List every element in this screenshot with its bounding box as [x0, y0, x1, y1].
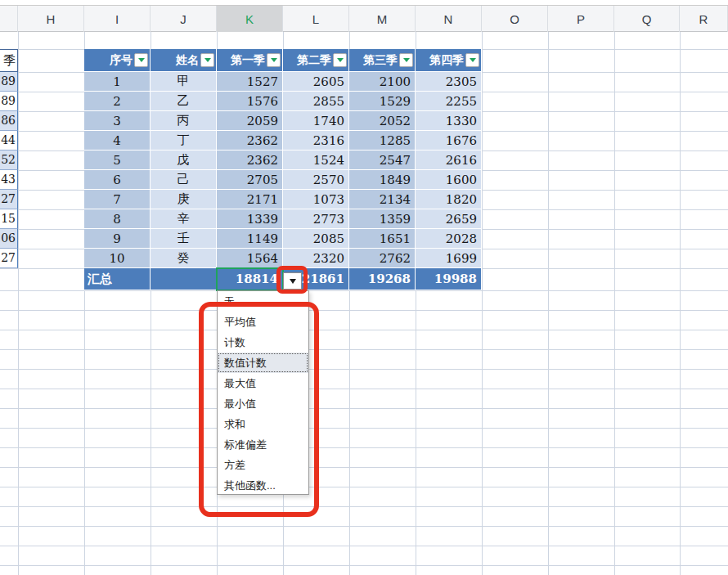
filter-button[interactable]: [333, 53, 347, 67]
table-data-cell[interactable]: 2659: [416, 209, 482, 229]
table-data-cell[interactable]: 2616: [416, 150, 482, 170]
table-data-cell[interactable]: 戊: [151, 150, 217, 170]
column-letter-partial[interactable]: [0, 6, 18, 32]
column-letter-Q[interactable]: Q: [614, 6, 680, 32]
table-data-cell[interactable]: 1359: [349, 209, 416, 229]
table-data-cell[interactable]: 壬: [151, 229, 217, 249]
table-data-cell[interactable]: 1576: [217, 92, 283, 111]
table-data-cell[interactable]: 2605: [283, 72, 349, 92]
total-empty-cell[interactable]: [151, 268, 217, 290]
table-data-cell[interactable]: 2773: [283, 209, 349, 229]
menu-item[interactable]: 最小值: [218, 393, 308, 414]
table-data-cell[interactable]: 2320: [283, 249, 349, 268]
left-table-cell[interactable]: 27: [0, 190, 18, 209]
table-data-cell[interactable]: 1651: [349, 229, 416, 249]
table-data-cell[interactable]: 1: [84, 72, 151, 92]
left-table-header-cell[interactable]: 季: [0, 49, 18, 72]
filter-button[interactable]: [399, 53, 413, 67]
table-data-cell[interactable]: 3: [84, 111, 151, 131]
total-value-cell[interactable]: 19988: [416, 268, 482, 290]
table-header-cell[interactable]: 第四季: [416, 49, 482, 72]
table-data-cell[interactable]: 2100: [349, 72, 416, 92]
table-header-cell[interactable]: 第一季: [217, 49, 283, 72]
table-data-cell[interactable]: 1330: [416, 111, 482, 131]
table-data-cell[interactable]: 1849: [349, 170, 416, 190]
table-data-cell[interactable]: 1820: [416, 190, 482, 209]
table-data-cell[interactable]: 2547: [349, 150, 416, 170]
table-data-cell[interactable]: 10: [84, 249, 151, 268]
total-value-cell[interactable]: 19268: [349, 268, 416, 290]
column-letter-J[interactable]: J: [151, 6, 217, 32]
table-header-cell[interactable]: 姓名: [151, 49, 217, 72]
menu-item[interactable]: 方差: [218, 455, 308, 475]
table-data-cell[interactable]: 1699: [416, 249, 482, 268]
filter-button[interactable]: [134, 53, 148, 67]
left-table-cell[interactable]: 06: [0, 229, 18, 249]
table-data-cell[interactable]: 丁: [151, 131, 217, 150]
table-data-cell[interactable]: 2134: [349, 190, 416, 209]
menu-item[interactable]: 计数: [218, 332, 308, 353]
left-table-cell[interactable]: 27: [0, 249, 18, 268]
filter-button[interactable]: [267, 53, 281, 67]
table-data-cell[interactable]: 庚: [151, 190, 217, 209]
table-data-cell[interactable]: 2762: [349, 249, 416, 268]
menu-item[interactable]: 其他函数...: [218, 475, 308, 496]
table-data-cell[interactable]: 1527: [217, 72, 283, 92]
total-label-cell[interactable]: 汇总: [84, 268, 151, 290]
table-header-cell[interactable]: 序号: [84, 49, 151, 72]
table-data-cell[interactable]: 1676: [416, 131, 482, 150]
filter-button[interactable]: [465, 53, 479, 67]
summary-dropdown-button[interactable]: [283, 272, 302, 290]
table-data-cell[interactable]: 1073: [283, 190, 349, 209]
table-data-cell[interactable]: 癸: [151, 249, 217, 268]
table-data-cell[interactable]: 1285: [349, 131, 416, 150]
table-data-cell[interactable]: 1524: [283, 150, 349, 170]
table-data-cell[interactable]: 甲: [151, 72, 217, 92]
table-data-cell[interactable]: 己: [151, 170, 217, 190]
left-table-cell[interactable]: 44: [0, 131, 18, 150]
table-header-cell[interactable]: 第二季: [283, 49, 349, 72]
menu-item[interactable]: 数值计数: [218, 353, 308, 373]
column-letter-H[interactable]: H: [18, 6, 84, 32]
table-data-cell[interactable]: 2052: [349, 111, 416, 131]
table-data-cell[interactable]: 1564: [217, 249, 283, 268]
menu-item[interactable]: 无: [218, 291, 308, 312]
table-data-cell[interactable]: 2085: [283, 229, 349, 249]
filter-button[interactable]: [200, 53, 214, 67]
table-data-cell[interactable]: 2059: [217, 111, 283, 131]
left-table-cell[interactable]: 89: [0, 92, 18, 111]
table-data-cell[interactable]: 1339: [217, 209, 283, 229]
table-data-cell[interactable]: 2: [84, 92, 151, 111]
menu-item[interactable]: 最大值: [218, 373, 308, 393]
column-letter-R[interactable]: R: [680, 6, 728, 32]
table-data-cell[interactable]: 1529: [349, 92, 416, 111]
table-data-cell[interactable]: 6: [84, 170, 151, 190]
left-table-cell[interactable]: 15: [0, 209, 18, 229]
left-table-cell[interactable]: 52: [0, 150, 18, 170]
table-data-cell[interactable]: 9: [84, 229, 151, 249]
table-data-cell[interactable]: 1600: [416, 170, 482, 190]
table-data-cell[interactable]: 1740: [283, 111, 349, 131]
table-header-cell[interactable]: 第三季: [349, 49, 416, 72]
menu-item[interactable]: 平均值: [218, 312, 308, 332]
table-data-cell[interactable]: 2362: [217, 131, 283, 150]
left-table-cell[interactable]: 86: [0, 111, 18, 131]
table-data-cell[interactable]: 5: [84, 150, 151, 170]
table-data-cell[interactable]: 2855: [283, 92, 349, 111]
table-data-cell[interactable]: 7: [84, 190, 151, 209]
table-data-cell[interactable]: 2028: [416, 229, 482, 249]
column-letter-I[interactable]: I: [84, 6, 151, 32]
column-letter-O[interactable]: O: [482, 6, 548, 32]
table-data-cell[interactable]: 2316: [283, 131, 349, 150]
table-data-cell[interactable]: 2705: [217, 170, 283, 190]
table-data-cell[interactable]: 4: [84, 131, 151, 150]
column-letter-P[interactable]: P: [548, 6, 614, 32]
table-data-cell[interactable]: 丙: [151, 111, 217, 131]
column-letter-L[interactable]: L: [283, 6, 349, 32]
table-data-cell[interactable]: 2255: [416, 92, 482, 111]
left-table-cell[interactable]: 89: [0, 72, 18, 92]
column-letter-K[interactable]: K: [217, 6, 283, 32]
table-data-cell[interactable]: 2305: [416, 72, 482, 92]
total-value-cell[interactable]: 18814: [217, 268, 283, 290]
column-letter-M[interactable]: M: [349, 6, 416, 32]
